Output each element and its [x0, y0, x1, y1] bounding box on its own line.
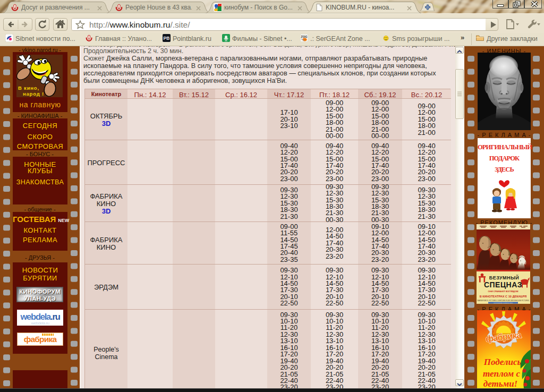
- svg-text:Поделись: Поделись: [483, 357, 522, 367]
- svg-text:PB: PB: [164, 36, 170, 41]
- svg-text:детьми!: детьми!: [483, 379, 517, 388]
- svg-text:народ !: народ !: [23, 91, 44, 97]
- svg-text:ZOG: ZOG: [301, 35, 308, 38]
- svg-text:СПЕЦНАЗ: СПЕЦНАЗ: [484, 280, 522, 289]
- svg-text:теплом с: теплом с: [483, 369, 520, 379]
- svg-text:В КИНОТЕАТРАХ С 10 ДЕКАБРЯ: В КИНОТЕАТРАХ С 10 ДЕКАБРЯ: [480, 295, 526, 298]
- svg-text:БЕЗУМНЫЙ: БЕЗУМНЫЙ: [489, 275, 520, 280]
- svg-text:WARNER BROS. PICTURES OVERTURE: WARNER BROS. PICTURES OVERTURE FILMS SMO…: [477, 300, 529, 302]
- svg-text:В кино,: В кино,: [18, 85, 39, 91]
- svg-text:ОНИ СРАЖАЮТ ВЗГЛЯДОМ: ОНИ СРАЖАЮТ ВЗГЛЯДОМ: [488, 290, 518, 293]
- svg-text:WWW.SPETSNAZ-SPECNAZ.RU: WWW.SPETSNAZ-SPECNAZ.RU: [494, 302, 513, 304]
